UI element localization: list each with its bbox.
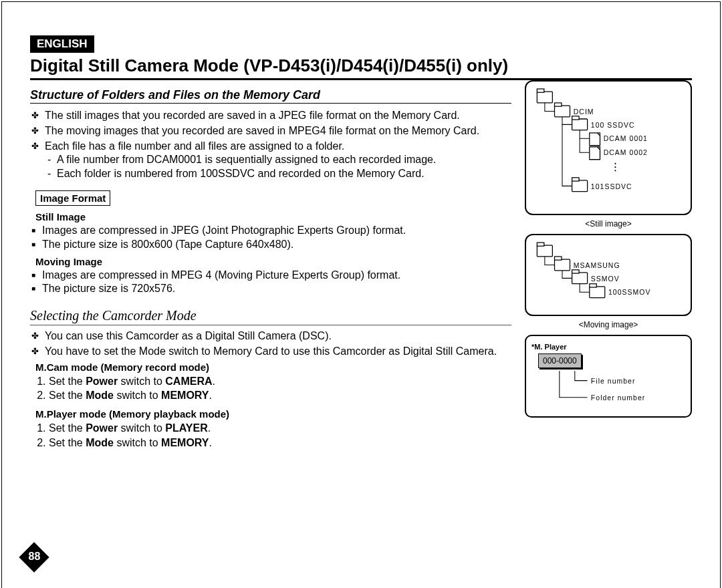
svg-rect-6 — [572, 116, 579, 120]
svg-rect-0 — [537, 92, 552, 103]
svg-text:SSMOV: SSMOV — [591, 275, 620, 282]
svg-text:100 SSDVC: 100 SSDVC — [591, 122, 635, 129]
bullet: The picture size is 720x576. — [42, 282, 511, 296]
svg-rect-3 — [555, 103, 562, 106]
svg-rect-24 — [572, 270, 579, 273]
section-heading-structure: Structure of Folders and Files on the Me… — [30, 88, 511, 104]
bullet: You have to set the Mode switch to Memor… — [45, 345, 511, 359]
svg-text:DCAM 0001: DCAM 0001 — [604, 135, 648, 142]
pointer-svg: File number Folder number — [531, 371, 685, 410]
mcam-steps: Set the Power switch to CAMERA. Set the … — [30, 374, 511, 403]
step: Set the Power switch to PLAYER. — [49, 421, 511, 436]
mplayer-steps: Set the Power switch to PLAYER. Set the … — [30, 421, 511, 450]
svg-point-13 — [614, 166, 616, 168]
structure-bullets: The still images that you recorded are s… — [30, 109, 511, 181]
step: Set the Power switch to CAMERA. — [49, 374, 511, 389]
moving-image-caption: <Moving image> — [525, 320, 692, 329]
svg-rect-15 — [572, 180, 588, 192]
still-image-bullets: Images are compressed in JPEG (Joint Pho… — [30, 224, 511, 252]
svg-rect-2 — [555, 106, 570, 117]
svg-rect-19 — [537, 243, 544, 246]
svg-rect-5 — [572, 119, 588, 130]
svg-text:Folder number: Folder number — [591, 394, 645, 402]
svg-text:100SSMOV: 100SSMOV — [608, 289, 650, 296]
svg-point-12 — [614, 163, 616, 164]
mplayer-diagram: *M. Player 000-0000 File number Folder n… — [525, 335, 692, 418]
still-image-caption: <Still image> — [525, 219, 692, 229]
still-image-heading: Still Image — [35, 211, 511, 223]
language-tag: ENGLISH — [30, 35, 94, 53]
folder-tree-svg: DCIM 100 SSDVC DCAM 0001 DCAM 0002 — [531, 88, 685, 207]
sub-bullet: Each folder is numbered from 100SSDVC an… — [57, 167, 511, 181]
bullet: You can use this Camcorder as a Digital … — [45, 329, 511, 343]
svg-rect-1 — [537, 89, 544, 92]
svg-rect-27 — [590, 283, 596, 287]
moving-image-heading: Moving Image — [35, 256, 511, 267]
sub-bullet: A file number from DCAM0001 is sequentia… — [57, 153, 511, 167]
section-heading-selecting: Selecting the Camcorder Mode — [30, 308, 511, 325]
svg-text:DCAM 0002: DCAM 0002 — [604, 149, 648, 156]
selecting-bullets: You can use this Camcorder as a Digital … — [30, 329, 511, 359]
svg-point-14 — [614, 170, 616, 171]
bullet: The still images that you recorded are s… — [45, 109, 511, 123]
bullet: Images are compressed in MPEG 4 (Moving … — [42, 269, 511, 283]
mplayer-title: *M. Player — [531, 343, 685, 351]
bullet: The moving images that you recorded are … — [45, 124, 511, 138]
bullet: The picture size is 800x600 (Tape Captur… — [42, 238, 511, 252]
file-slot: 000-0000 — [538, 353, 582, 368]
page-number: 88 — [19, 543, 49, 573]
svg-rect-21 — [555, 257, 562, 260]
folder-tree-svg: MSAMSUNG SSMOV 100SSMOV — [531, 242, 685, 308]
bullet: Each file has a file number and all file… — [45, 140, 511, 181]
bullet: Images are compressed in JPEG (Joint Pho… — [42, 224, 511, 238]
still-image-diagram: DCIM 100 SSDVC DCAM 0001 DCAM 0002 — [525, 80, 692, 215]
mplayer-mode-heading: M.Player mode (Memory playback mode) — [35, 408, 511, 420]
step: Set the Mode switch to MEMORY. — [49, 436, 511, 450]
svg-text:DCIM: DCIM — [574, 108, 594, 116]
moving-image-bullets: Images are compressed in MPEG 4 (Moving … — [30, 269, 511, 297]
svg-text:File number: File number — [591, 378, 636, 385]
page-title: Digital Still Camera Mode (VP-D453(i)/D4… — [30, 55, 692, 80]
step: Set the Mode switch to MEMORY. — [49, 388, 511, 403]
svg-rect-16 — [572, 178, 579, 181]
mcam-mode-heading: M.Cam mode (Memory record mode) — [35, 361, 511, 373]
image-format-label: Image Format — [35, 190, 110, 206]
svg-rect-20 — [555, 259, 570, 271]
svg-rect-23 — [572, 273, 588, 284]
svg-rect-18 — [537, 245, 552, 257]
svg-text:101SSDVC: 101SSDVC — [591, 183, 632, 190]
svg-rect-26 — [590, 287, 605, 298]
svg-text:MSAMSUNG: MSAMSUNG — [574, 261, 620, 269]
moving-image-diagram: MSAMSUNG SSMOV 100SSMOV — [525, 234, 692, 316]
